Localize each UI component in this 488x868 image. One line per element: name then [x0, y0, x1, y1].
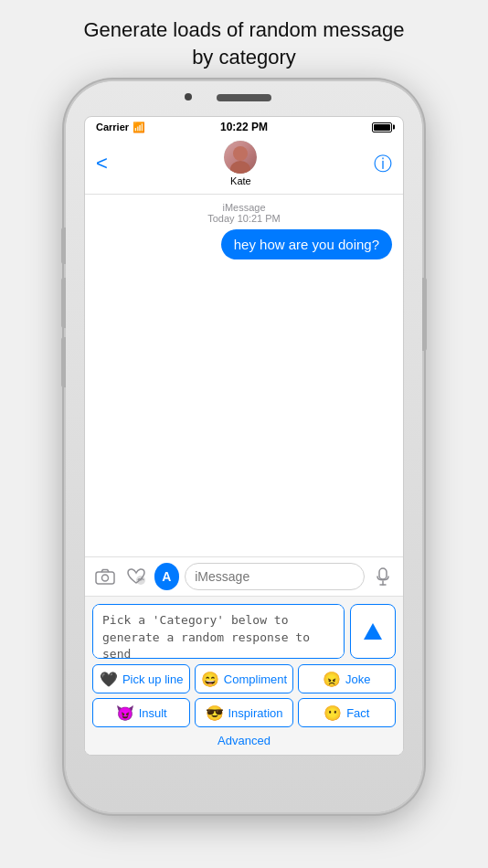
category-fact[interactable]: 😶 Fact [298, 698, 396, 727]
mic-button[interactable] [370, 563, 396, 590]
page-title: Generate loads of random message by cate… [57, 0, 432, 81]
messages-area: iMessage Today 10:21 PM hey how are you … [85, 195, 403, 556]
category-insult[interactable]: 😈 Insult [92, 698, 190, 727]
phone-top [66, 81, 422, 116]
category-row-1: 🖤 Pick up line 😄 Compliment 😠 Joke [92, 664, 396, 693]
contact-name: Kate [230, 175, 251, 186]
appstore-button[interactable]: A [154, 563, 180, 590]
inspiration-label: Inspiration [228, 706, 283, 720]
status-time: 10:22 PM [220, 121, 268, 133]
front-camera-icon [185, 93, 192, 101]
microphone-icon [377, 567, 389, 586]
category-pickup[interactable]: 🖤 Pick up line [92, 664, 190, 693]
fact-emoji: 😶 [324, 704, 342, 722]
nav-bar: < Kate ⓘ [85, 137, 403, 195]
extension-panel: Pick a 'Category' below to generate a ra… [85, 596, 403, 755]
insult-label: Insult [139, 706, 167, 720]
battery-icon [372, 122, 392, 132]
message-bubble: hey how are you doing? [221, 229, 392, 259]
battery-fill [374, 124, 390, 131]
wifi-icon: 📶 [133, 122, 145, 133]
back-button[interactable]: < [96, 152, 108, 175]
digital-touch-button[interactable] [123, 563, 149, 590]
volume-down-button [61, 337, 66, 387]
heart-icon [126, 567, 146, 586]
pickup-label: Pick up line [122, 672, 183, 686]
category-joke[interactable]: 😠 Joke [298, 664, 396, 693]
carrier-label: Carrier [96, 122, 129, 132]
page-wrapper: Generate loads of random message by cate… [0, 0, 488, 868]
phone-screen: Carrier 📶 10:22 PM < Kate [84, 116, 404, 756]
send-button[interactable] [350, 604, 396, 659]
pickup-emoji: 🖤 [100, 671, 118, 688]
inspiration-emoji: 😎 [206, 704, 224, 722]
category-inspiration[interactable]: 😎 Inspiration [195, 698, 292, 727]
avatar-image [224, 141, 257, 174]
message-input[interactable] [185, 563, 365, 590]
category-compliment[interactable]: 😄 Compliment [195, 664, 292, 693]
info-button[interactable]: ⓘ [374, 152, 392, 176]
svg-point-1 [101, 575, 108, 581]
extension-prompt: Pick a 'Category' below to generate a ra… [92, 604, 345, 659]
status-bar: Carrier 📶 10:22 PM [85, 117, 403, 137]
insult-emoji: 😈 [116, 704, 134, 722]
phone-shell: Carrier 📶 10:22 PM < Kate [66, 81, 422, 812]
svg-rect-3 [379, 568, 387, 579]
nav-center[interactable]: Kate [224, 141, 257, 186]
svg-rect-0 [96, 572, 114, 584]
extension-textarea-row: Pick a 'Category' below to generate a ra… [92, 604, 396, 659]
camera-icon [95, 568, 115, 585]
camera-button[interactable] [92, 563, 118, 590]
avatar [224, 141, 257, 174]
input-bar: A [85, 556, 403, 596]
joke-emoji: 😠 [323, 671, 341, 688]
joke-label: Joke [345, 672, 370, 686]
advanced-link[interactable]: Advanced [92, 732, 396, 749]
compliment-label: Compliment [224, 672, 287, 686]
volume-up-button [61, 278, 66, 328]
fact-label: Fact [346, 706, 369, 720]
send-arrow-icon [364, 623, 382, 640]
power-button [422, 278, 427, 351]
appstore-label: A [162, 569, 171, 584]
status-left: Carrier 📶 [96, 122, 145, 133]
message-wrapper: hey how are you doing? [96, 229, 392, 259]
status-right [372, 122, 392, 132]
volume-mute-button [61, 228, 66, 264]
imessage-label: iMessage Today 10:21 PM [96, 202, 392, 224]
category-row-2: 😈 Insult 😎 Inspiration 😶 Fact [92, 698, 396, 727]
compliment-emoji: 😄 [201, 671, 219, 688]
